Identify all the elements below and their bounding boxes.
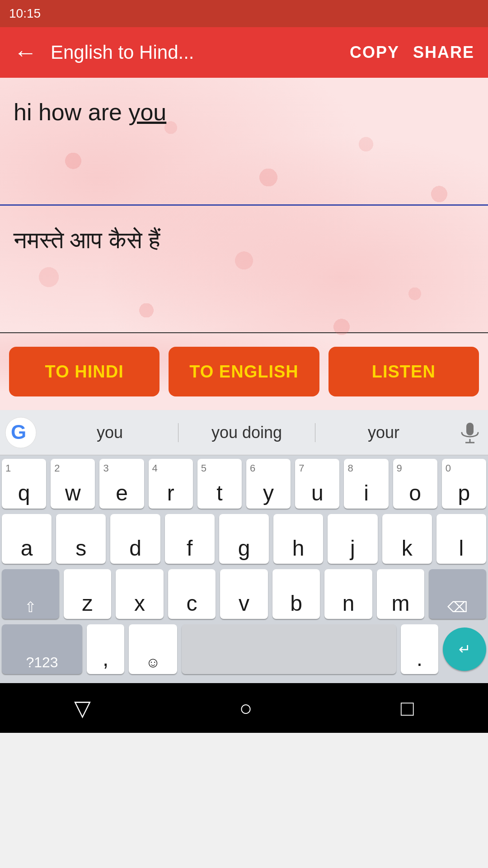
share-button[interactable]: SHARE	[413, 43, 474, 62]
key-r[interactable]: 4 r	[149, 459, 193, 509]
key-x[interactable]: x	[116, 569, 164, 619]
status-time: 10:15	[9, 6, 41, 21]
key-v[interactable]: v	[220, 569, 268, 619]
listen-button[interactable]: LISTEN	[328, 347, 479, 396]
space-key[interactable]	[182, 624, 396, 674]
keyboard-row-3: ⇧ z x c v b n m ⌫	[2, 569, 486, 619]
key-c[interactable]: c	[168, 569, 216, 619]
keyboard-area: G you you doing your 1 q 2 w 3	[0, 410, 488, 683]
google-logo: G	[5, 416, 37, 449]
source-text-area[interactable]: hi how are you	[0, 78, 488, 204]
keyboard: 1 q 2 w 3 e 4 r 5 t 6 y	[0, 455, 488, 683]
backspace-key[interactable]: ⌫	[429, 569, 486, 619]
key-k[interactable]: k	[382, 514, 432, 564]
nav-recent-icon[interactable]: □	[401, 696, 414, 721]
key-o[interactable]: 9 o	[393, 459, 437, 509]
to-hindi-button[interactable]: TO HINDI	[9, 347, 160, 396]
key-j[interactable]: j	[328, 514, 377, 564]
enter-key[interactable]: ↵	[443, 627, 486, 671]
emoji-key[interactable]: ☺	[129, 624, 177, 674]
key-b[interactable]: b	[272, 569, 320, 619]
shift-key[interactable]: ⇧	[2, 569, 59, 619]
numbers-key[interactable]: ?123	[2, 624, 82, 674]
app-title: English to Hind...	[51, 42, 336, 63]
microphone-icon[interactable]	[456, 419, 483, 446]
key-a[interactable]: a	[2, 514, 52, 564]
source-text: hi how are you	[14, 96, 474, 129]
suggestion-3[interactable]: your	[315, 423, 452, 442]
key-s[interactable]: s	[56, 514, 106, 564]
key-n[interactable]: n	[324, 569, 372, 619]
key-f[interactable]: f	[165, 514, 215, 564]
keyboard-row-2: a s d f g h j k l	[2, 514, 486, 564]
keyboard-row-1: 1 q 2 w 3 e 4 r 5 t 6 y	[2, 459, 486, 509]
nav-home-icon[interactable]: ○	[239, 696, 252, 721]
suggestions-row: G you you doing your	[0, 410, 488, 455]
key-i[interactable]: 8 i	[344, 459, 388, 509]
key-y[interactable]: 6 y	[246, 459, 291, 509]
key-g[interactable]: g	[219, 514, 269, 564]
keyboard-row-4: ?123 , ☺ . ↵	[2, 624, 486, 674]
key-q[interactable]: 1 q	[2, 459, 46, 509]
svg-text:G: G	[11, 421, 26, 443]
translated-text: नमस्ते आप कैसे हैं	[14, 224, 474, 257]
key-p[interactable]: 0 p	[442, 459, 486, 509]
to-english-button[interactable]: TO ENGLISH	[169, 347, 319, 396]
back-button[interactable]: ←	[14, 39, 37, 66]
copy-button[interactable]: COPY	[350, 43, 399, 62]
app-bar: ← English to Hind... COPY SHARE	[0, 27, 488, 78]
key-z[interactable]: z	[64, 569, 112, 619]
comma-key[interactable]: ,	[87, 624, 124, 674]
key-e[interactable]: 3 e	[99, 459, 144, 509]
translation-area: hi how are you नमस्ते आप कैसे हैं TO HIN…	[0, 78, 488, 410]
key-w[interactable]: 2 w	[51, 459, 95, 509]
status-bar: 10:15	[0, 0, 488, 27]
bottom-nav: ▽ ○ □	[0, 683, 488, 733]
action-buttons: TO HINDI TO ENGLISH LISTEN	[0, 333, 488, 410]
translated-text-area: नमस्ते आप कैसे हैं	[0, 206, 488, 332]
suggestion-1[interactable]: you	[42, 423, 178, 442]
key-l[interactable]: l	[436, 514, 486, 564]
nav-back-icon[interactable]: ▽	[74, 695, 91, 721]
key-h[interactable]: h	[273, 514, 323, 564]
suggestion-2[interactable]: you doing	[178, 423, 315, 442]
key-m[interactable]: m	[377, 569, 425, 619]
svg-rect-2	[466, 423, 474, 435]
period-key[interactable]: .	[401, 624, 438, 674]
key-d[interactable]: d	[110, 514, 160, 564]
key-t[interactable]: 5 t	[197, 459, 242, 509]
key-u[interactable]: 7 u	[295, 459, 339, 509]
